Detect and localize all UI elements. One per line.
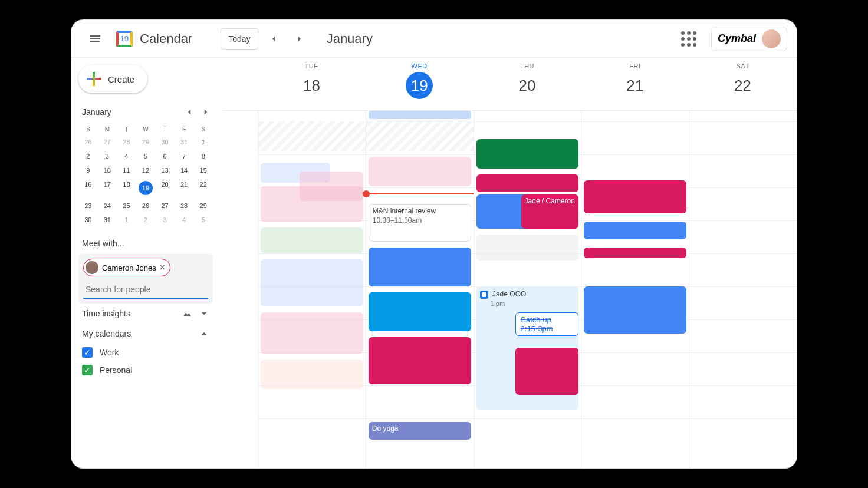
time-grid[interactable]: M&N internal review 10:30–11:30am Do yog… (222, 121, 797, 468)
mini-day[interactable]: 29 (136, 135, 156, 149)
mini-day[interactable]: 29 (193, 199, 213, 213)
event-block[interactable] (584, 286, 686, 334)
today-button[interactable]: Today (221, 28, 258, 50)
plus-icon (87, 72, 101, 86)
day-header[interactable]: TUE18 (258, 58, 366, 110)
event-block[interactable] (261, 259, 363, 306)
my-calendars-toggle[interactable]: My calendars (78, 324, 213, 344)
mini-day[interactable]: 28 (117, 135, 136, 149)
mini-day[interactable]: 12 (136, 163, 156, 177)
event-block[interactable] (476, 139, 579, 169)
event-block[interactable] (261, 312, 363, 354)
calendar-name: Personal (100, 365, 132, 375)
mini-day[interactable]: 20 (155, 177, 175, 199)
calendar-checkbox[interactable]: ✓ (82, 365, 93, 375)
mini-day[interactable]: 3 (98, 149, 117, 163)
mini-day[interactable]: 6 (155, 149, 175, 163)
mini-day[interactable]: 3 (155, 213, 175, 227)
mini-day[interactable]: 16 (78, 177, 98, 199)
hamburger-icon (88, 32, 102, 46)
user-avatar (762, 29, 781, 48)
event-block[interactable] (369, 292, 471, 331)
event-block[interactable] (369, 157, 471, 186)
insights-icon (182, 308, 193, 319)
chevron-right-icon (294, 34, 305, 44)
mini-day[interactable]: 31 (175, 135, 194, 149)
event-block[interactable] (261, 227, 363, 253)
mini-day[interactable]: 5 (136, 149, 156, 163)
mini-day[interactable]: 22 (193, 177, 213, 199)
allday-row (222, 111, 797, 121)
people-search-input[interactable] (83, 279, 208, 299)
mini-day[interactable]: 9 (78, 163, 98, 177)
mini-next-button[interactable] (199, 105, 213, 119)
mini-day[interactable]: 7 (175, 149, 194, 163)
mini-day[interactable]: 1 (117, 213, 136, 227)
mini-day[interactable]: 23 (78, 199, 98, 213)
mini-dow: T (155, 124, 175, 135)
next-period-button[interactable] (289, 28, 310, 50)
day-header[interactable]: WED19 (366, 58, 474, 110)
main-menu-button[interactable] (81, 25, 109, 53)
mini-day[interactable]: 31 (98, 213, 117, 227)
mini-day[interactable]: 13 (155, 163, 175, 177)
event-catchup-declined[interactable]: Catch up 2:15-3pm (515, 312, 579, 336)
mini-day[interactable]: 18 (117, 177, 136, 199)
mini-day[interactable]: 2 (136, 213, 156, 227)
mini-day[interactable]: 26 (136, 199, 156, 213)
event-block[interactable] (584, 180, 686, 213)
event-block[interactable] (369, 248, 471, 286)
mini-day[interactable]: 10 (98, 163, 117, 177)
mini-day[interactable]: 21 (175, 177, 194, 199)
mini-day[interactable]: 19 (136, 177, 156, 199)
event-block[interactable] (515, 348, 579, 395)
mini-day[interactable]: 30 (78, 213, 98, 227)
chevron-left-icon (268, 34, 279, 44)
mini-day[interactable]: 24 (98, 199, 117, 213)
mini-day[interactable]: 30 (155, 135, 175, 149)
calendar-item[interactable]: ✓Work (78, 344, 213, 361)
mini-day[interactable]: 15 (193, 163, 213, 177)
mini-day[interactable]: 5 (193, 213, 213, 227)
event-internal-review[interactable]: M&N internal review 10:30–11:30am (369, 204, 471, 242)
mini-day[interactable]: 8 (193, 149, 213, 163)
create-button[interactable]: Create (78, 65, 147, 93)
mini-day[interactable]: 14 (175, 163, 194, 177)
time-insights-toggle[interactable]: Time insights (78, 304, 213, 324)
event-block[interactable] (261, 186, 363, 222)
calendar-checkbox[interactable]: ✓ (82, 347, 93, 358)
account-switcher[interactable]: Cymbal (711, 27, 787, 51)
event-block[interactable] (584, 222, 686, 239)
event-block[interactable] (369, 337, 471, 384)
mini-day[interactable]: 28 (175, 199, 194, 213)
remove-person-button[interactable]: × (160, 263, 165, 272)
mini-day[interactable]: 27 (98, 135, 117, 149)
day-header[interactable]: FRI21 (581, 58, 689, 110)
mini-day[interactable]: 4 (117, 149, 136, 163)
mini-day[interactable]: 2 (78, 149, 98, 163)
mini-day[interactable]: 1 (193, 135, 213, 149)
mini-day[interactable]: 4 (175, 213, 194, 227)
mini-day[interactable]: 26 (78, 135, 98, 149)
event-jade-cameron[interactable]: Jade / Cameron (521, 194, 579, 229)
day-header[interactable]: THU20 (474, 58, 581, 110)
person-chip[interactable]: Cameron Jones × (83, 259, 170, 276)
allday-event[interactable] (369, 111, 471, 119)
event-block[interactable] (476, 174, 579, 192)
mini-prev-button[interactable] (182, 105, 196, 119)
event-do-yoga[interactable]: Do yoga (369, 422, 471, 440)
day-column-wed: M&N internal review 10:30–11:30am Do yog… (366, 121, 474, 468)
mini-day[interactable]: 25 (117, 199, 136, 213)
prev-period-button[interactable] (263, 28, 284, 50)
mini-calendar[interactable]: SMTWTFS262728293031123456789101112131415… (78, 124, 213, 227)
google-apps-button[interactable] (677, 27, 701, 51)
event-block[interactable] (261, 360, 363, 389)
mini-day[interactable]: 11 (117, 163, 136, 177)
mini-day[interactable]: 27 (155, 199, 175, 213)
mini-day[interactable]: 17 (98, 177, 117, 199)
event-block[interactable] (476, 235, 579, 261)
event-block[interactable] (584, 248, 686, 258)
day-header[interactable]: SAT22 (689, 58, 797, 110)
calendar-item[interactable]: ✓Personal (78, 361, 213, 379)
meet-with-panel: Cameron Jones × (78, 254, 213, 304)
